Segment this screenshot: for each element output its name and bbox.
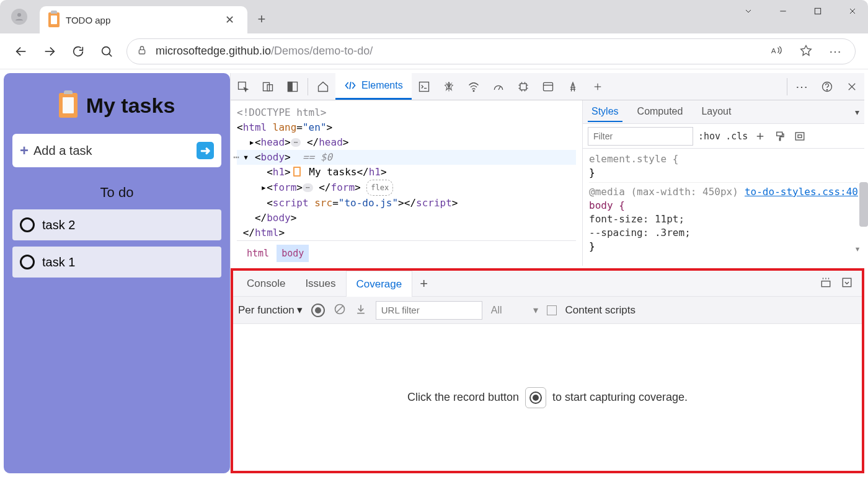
- refresh-button[interactable]: [66, 39, 91, 64]
- svg-rect-14: [267, 84, 272, 90]
- svg-marker-11: [801, 45, 812, 55]
- expand-drawer-button[interactable]: [820, 277, 832, 291]
- css-rules[interactable]: element.style { } to-do-styles.css:40 @m…: [583, 149, 864, 257]
- checkbox-icon[interactable]: [20, 255, 35, 269]
- export-button[interactable]: [355, 303, 367, 318]
- collapse-drawer-button[interactable]: [841, 277, 853, 291]
- help-button[interactable]: [815, 74, 839, 100]
- add-drawer-tab-button[interactable]: +: [412, 276, 435, 292]
- performance-tab-button[interactable]: [486, 74, 511, 100]
- new-tab-button[interactable]: +: [251, 9, 272, 30]
- read-aloud-button[interactable]: A: [767, 44, 786, 59]
- coverage-type-select[interactable]: All▾: [491, 304, 538, 316]
- record-button[interactable]: [311, 304, 325, 317]
- chevron-down-icon[interactable]: [739, 6, 758, 19]
- content-scripts-label: Content scripts: [565, 304, 636, 317]
- cls-toggle[interactable]: .cls: [725, 131, 748, 142]
- svg-text:A: A: [771, 46, 776, 55]
- svg-point-21: [473, 90, 474, 91]
- svg-rect-16: [288, 82, 293, 91]
- network-tab-button[interactable]: [461, 74, 486, 100]
- task-item[interactable]: task 1: [12, 247, 221, 278]
- welcome-tab[interactable]: [311, 74, 335, 100]
- styles-tab[interactable]: Styles: [588, 102, 622, 122]
- svg-line-52: [337, 306, 343, 312]
- svg-point-7: [102, 46, 110, 55]
- minimize-button[interactable]: [774, 6, 792, 19]
- favorite-button[interactable]: [797, 44, 815, 59]
- checkbox-icon[interactable]: [20, 217, 35, 232]
- scrollbar-thumb[interactable]: [859, 182, 868, 227]
- address-bar[interactable]: microsoftedge.github.io/Demos/demo-to-do…: [126, 38, 856, 64]
- svg-line-8: [109, 53, 112, 56]
- console-drawer-tab[interactable]: Console: [237, 271, 295, 297]
- svg-rect-13: [264, 82, 270, 90]
- sources-tab-button[interactable]: [436, 74, 461, 100]
- svg-rect-46: [822, 281, 830, 286]
- styles-filter-input[interactable]: [588, 127, 693, 146]
- devtools-toolbar: Elements ⋯: [231, 73, 864, 100]
- section-title: To do: [12, 185, 221, 201]
- more-button[interactable]: ⋯: [826, 44, 845, 59]
- source-link[interactable]: to-do-styles.css:40: [745, 185, 858, 199]
- close-devtools-button[interactable]: [839, 74, 864, 100]
- elements-tab[interactable]: Elements: [335, 73, 412, 100]
- svg-point-37: [826, 89, 827, 90]
- box-model-button[interactable]: [792, 129, 807, 144]
- lighthouse-tab-button[interactable]: [560, 74, 585, 100]
- url-filter-input[interactable]: [376, 301, 482, 320]
- memory-tab-button[interactable]: [511, 74, 536, 100]
- svg-rect-44: [796, 133, 805, 140]
- dock-side-button[interactable]: [280, 74, 305, 100]
- dom-tree[interactable]: <!DOCTYPE html> <html lang="en"> ▸<head>…: [231, 100, 582, 266]
- lock-icon: [137, 45, 147, 58]
- search-button[interactable]: [94, 39, 119, 64]
- submit-button[interactable]: ➜: [197, 142, 214, 159]
- browser-tab[interactable]: TODO app ✕: [40, 6, 247, 33]
- svg-line-22: [498, 86, 500, 90]
- layout-tab[interactable]: Layout: [698, 102, 735, 122]
- close-window-button[interactable]: [843, 6, 862, 19]
- coverage-empty-state: Click the record button to start capturi…: [233, 324, 862, 471]
- chevron-down-icon[interactable]: ▾: [855, 107, 859, 117]
- hov-toggle[interactable]: :hov: [698, 131, 720, 142]
- devtools: Elements ⋯ <!DOCTYPE html> <html lang="e…: [230, 73, 864, 473]
- styles-sidebar: Styles Computed Layout ▾ :hov .cls eleme…: [582, 100, 864, 266]
- maximize-button[interactable]: [808, 6, 827, 19]
- dom-breadcrumb[interactable]: htmlbody: [237, 240, 576, 266]
- svg-rect-2: [815, 8, 820, 14]
- device-toggle-button[interactable]: [255, 74, 280, 100]
- more-tabs-button[interactable]: [585, 74, 610, 100]
- page-heading: My tasks: [12, 93, 221, 118]
- close-tab-button[interactable]: ✕: [220, 13, 239, 27]
- application-tab-button[interactable]: [536, 74, 560, 100]
- coverage-drawer-tab[interactable]: Coverage: [346, 271, 413, 297]
- back-button[interactable]: [9, 39, 33, 64]
- settings-button[interactable]: ⋯: [790, 74, 815, 100]
- issues-drawer-tab[interactable]: Issues: [295, 271, 345, 297]
- plus-icon: +: [20, 142, 29, 159]
- paint-button[interactable]: [773, 129, 787, 144]
- url-text: microsoftedge.github.io/Demos/demo-to-do…: [156, 45, 373, 58]
- add-task-input[interactable]: + Add a task ➜: [12, 134, 221, 167]
- inspect-button[interactable]: [231, 74, 255, 100]
- task-item[interactable]: task 2: [12, 209, 221, 240]
- coverage-toolbar: Per function ▾ All▾ Content scripts: [233, 297, 862, 324]
- clear-button[interactable]: [334, 303, 346, 318]
- new-rule-button[interactable]: [753, 129, 768, 144]
- forward-button[interactable]: [37, 39, 62, 64]
- content-scripts-checkbox[interactable]: [547, 305, 557, 315]
- clipboard-icon: [293, 167, 301, 177]
- toolbar: microsoftedge.github.io/Demos/demo-to-do…: [0, 33, 868, 69]
- coverage-granularity-select[interactable]: Per function ▾: [238, 304, 303, 317]
- console-tab-button[interactable]: [412, 74, 436, 100]
- svg-rect-42: [777, 132, 782, 136]
- computed-tab[interactable]: Computed: [634, 102, 687, 122]
- add-task-label: Add a task: [33, 144, 92, 158]
- profile-button[interactable]: [11, 9, 27, 25]
- clipboard-icon: [48, 12, 60, 27]
- record-icon: [525, 387, 546, 408]
- tab-title: TODO app: [66, 15, 110, 25]
- window-controls: [739, 6, 862, 19]
- svg-line-17: [350, 82, 351, 89]
